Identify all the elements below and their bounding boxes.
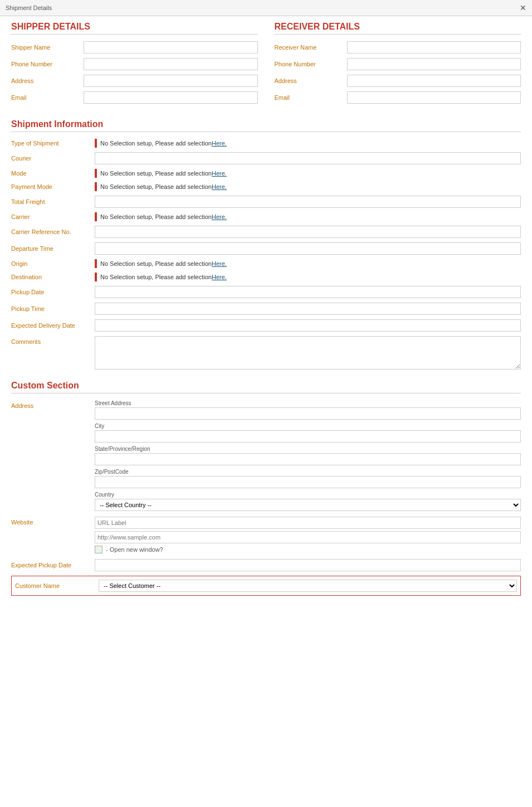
departure-time-label: Departure Time: [11, 245, 95, 252]
shipper-name-label: Shipper Name: [11, 44, 84, 51]
courier-row: Courier: [11, 152, 521, 164]
red-bar-destination-icon: [95, 273, 97, 281]
url-value-input[interactable]: [95, 531, 521, 543]
receiver-email-row: Email: [275, 91, 521, 104]
expected-delivery-date-row: Expected Delivery Date: [11, 319, 521, 332]
carrier-value: No Selection setup, Please add selection…: [95, 212, 521, 221]
carrier-here-link[interactable]: Here.: [212, 213, 227, 220]
street-address-label: Street Address: [95, 400, 521, 406]
pickup-date-row: Pickup Date: [11, 286, 521, 298]
shipper-address-input[interactable]: [84, 75, 258, 87]
receiver-address-row: Address: [275, 75, 521, 87]
city-label: City: [95, 423, 521, 429]
pickup-time-input[interactable]: [95, 303, 521, 315]
red-bar-mode-icon: [95, 169, 97, 178]
type-of-shipment-row: Type of Shipment No Selection setup, Ple…: [11, 139, 521, 148]
type-of-shipment-label: Type of Shipment: [11, 140, 95, 147]
expected-pickup-date-input[interactable]: [95, 559, 521, 571]
origin-here-link[interactable]: Here.: [212, 260, 227, 267]
page-header-title: Shipment Details: [6, 4, 52, 11]
page-header: Shipment Details ✕: [0, 0, 532, 16]
total-freight-input[interactable]: [95, 196, 521, 208]
website-label: Website: [11, 517, 95, 526]
receiver-email-input[interactable]: [347, 91, 521, 104]
type-of-shipment-here-link[interactable]: Here.: [212, 140, 227, 147]
expected-delivery-date-label: Expected Delivery Date: [11, 322, 95, 329]
shipper-phone-row: Phone Number: [11, 58, 258, 70]
carrier-row: Carrier No Selection setup, Please add s…: [11, 212, 521, 221]
website-fields: - Open new window?: [95, 517, 521, 553]
shipper-name-input[interactable]: [84, 41, 258, 54]
origin-label: Origin: [11, 260, 95, 267]
receiver-name-row: Receiver Name: [275, 41, 521, 54]
destination-here-link[interactable]: Here.: [212, 274, 227, 280]
carrier-label: Carrier: [11, 213, 95, 220]
red-bar-carrier-icon: [95, 212, 97, 221]
payment-mode-value: No Selection setup, Please add selection…: [95, 182, 521, 191]
country-select[interactable]: -- Select Country --: [95, 499, 521, 511]
zip-input[interactable]: [95, 476, 521, 488]
payment-mode-label: Payment Mode: [11, 183, 95, 190]
receiver-phone-input[interactable]: [347, 58, 521, 70]
street-address-input[interactable]: [95, 407, 521, 420]
carrier-ref-label: Carrier Reference No.: [11, 229, 95, 235]
customer-name-select[interactable]: -- Select Customer --: [99, 580, 517, 592]
zip-label: Zip/PostCode: [95, 469, 521, 475]
shipper-phone-input[interactable]: [84, 58, 258, 70]
website-block: Website - Open new window?: [11, 517, 521, 553]
mode-value: No Selection setup, Please add selection…: [95, 169, 521, 178]
receiver-address-label: Address: [275, 77, 347, 84]
mode-label: Mode: [11, 170, 95, 177]
custom-section-title: Custom Section: [11, 381, 521, 393]
payment-mode-row: Payment Mode No Selection setup, Please …: [11, 182, 521, 191]
new-window-row: - Open new window?: [95, 546, 521, 553]
receiver-phone-label: Phone Number: [275, 61, 347, 67]
receiver-email-label: Email: [275, 94, 347, 101]
shipper-phone-label: Phone Number: [11, 61, 84, 67]
custom-address-label: Address: [11, 400, 95, 409]
new-window-text: - Open new window?: [106, 546, 163, 553]
receiver-phone-row: Phone Number: [275, 58, 521, 70]
receiver-section-title: RECEIVER DETAILS: [275, 22, 521, 35]
receiver-name-input[interactable]: [347, 41, 521, 54]
total-freight-label: Total Freight: [11, 198, 95, 205]
pickup-date-input[interactable]: [95, 286, 521, 298]
custom-address-block: Address Street Address City State/Provin…: [11, 400, 521, 511]
origin-row: Origin No Selection setup, Please add se…: [11, 259, 521, 268]
receiver-address-input[interactable]: [347, 75, 521, 87]
city-input[interactable]: [95, 430, 521, 443]
state-input[interactable]: [95, 453, 521, 465]
courier-label: Courier: [11, 155, 95, 162]
pickup-time-label: Pickup Time: [11, 305, 95, 312]
shipper-name-row: Shipper Name: [11, 41, 258, 54]
shipment-info-title: Shipment Information: [11, 119, 521, 132]
shipper-email-input[interactable]: [84, 91, 258, 104]
expected-pickup-date-label: Expected Pickup Date: [11, 562, 95, 568]
pickup-date-label: Pickup Date: [11, 289, 95, 295]
close-icon[interactable]: ✕: [520, 3, 526, 12]
new-window-checkbox[interactable]: [95, 546, 103, 553]
departure-time-input[interactable]: [95, 242, 521, 255]
customer-name-label: Customer Name: [15, 582, 99, 589]
shipper-address-label: Address: [11, 77, 84, 84]
shipper-email-label: Email: [11, 94, 84, 101]
comments-textarea[interactable]: [95, 336, 521, 370]
origin-value: No Selection setup, Please add selection…: [95, 259, 521, 268]
pickup-time-row: Pickup Time: [11, 303, 521, 315]
url-label-input[interactable]: [95, 517, 521, 529]
type-of-shipment-value: No Selection setup, Please add selection…: [95, 139, 521, 148]
mode-here-link[interactable]: Here.: [212, 170, 227, 177]
red-bar-payment-icon: [95, 182, 97, 191]
expected-delivery-date-input[interactable]: [95, 319, 521, 332]
payment-mode-here-link[interactable]: Here.: [212, 183, 227, 190]
destination-value: No Selection setup, Please add selection…: [95, 273, 521, 281]
receiver-name-label: Receiver Name: [275, 44, 347, 51]
carrier-ref-input[interactable]: [95, 226, 521, 238]
red-bar-origin-icon: [95, 259, 97, 268]
departure-time-row: Departure Time: [11, 242, 521, 255]
expected-pickup-date-row: Expected Pickup Date: [11, 559, 521, 571]
mode-row: Mode No Selection setup, Please add sele…: [11, 169, 521, 178]
shipper-email-row: Email: [11, 91, 258, 104]
courier-input[interactable]: [95, 152, 521, 164]
destination-label: Destination: [11, 274, 95, 280]
